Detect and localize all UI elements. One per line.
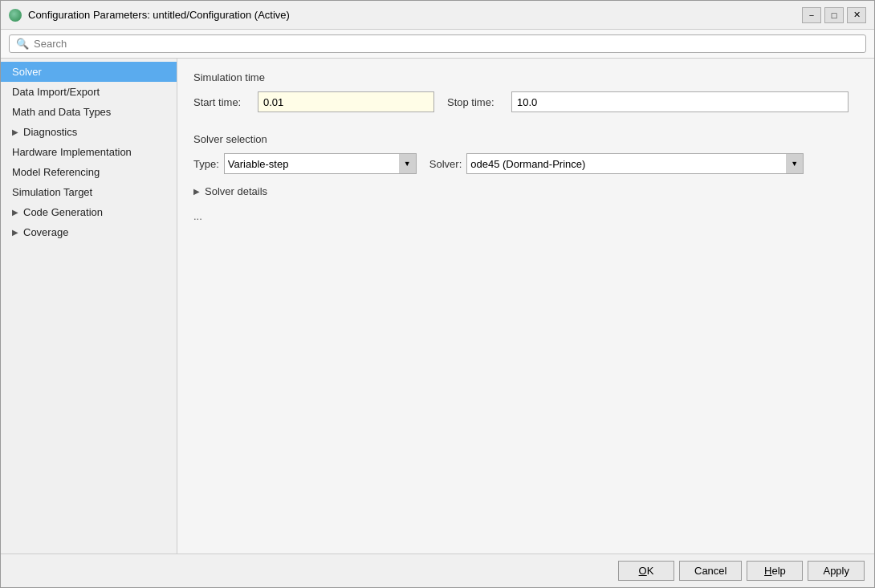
sidebar-item-hardware-implementation[interactable]: Hardware Implementation (1, 142, 177, 162)
minimize-button[interactable]: − (802, 7, 821, 23)
search-bar: 🔍 (1, 30, 874, 59)
simulation-time-section: Simulation time Start time: Stop time: (193, 71, 858, 122)
simulation-time-title: Simulation time (193, 71, 858, 83)
sidebar-item-label-solver: Solver (12, 66, 42, 78)
ok-label: OK (639, 565, 654, 577)
sidebar-item-math-data-types[interactable]: Math and Data Types (1, 102, 177, 122)
solver-row: Type: Variable-step Fixed-step ▼ Solver: (193, 153, 858, 174)
search-icon: 🔍 (16, 38, 29, 50)
sidebar-item-label-math: Math and Data Types (12, 106, 111, 118)
sidebar-item-label-model: Model Referencing (12, 166, 100, 178)
solver-dropdown-wrap: Solver: ode45 (Dormand-Prince) ode23 ode… (429, 153, 804, 174)
solver-selection-section: Solver selection Type: Variable-step Fix… (193, 133, 858, 174)
sidebar-item-label-data: Data Import/Export (12, 86, 100, 98)
sidebar-item-label-diag: Diagnostics (23, 126, 77, 138)
solver-selection-title: Solver selection (193, 133, 858, 145)
solver-details-row[interactable]: ▶ Solver details (193, 185, 858, 197)
sidebar-item-solver[interactable]: Solver (1, 62, 177, 82)
window-title: Configuration Parameters: untitled/Confi… (28, 9, 290, 21)
type-dropdown-container: Variable-step Fixed-step ▼ (224, 153, 417, 174)
apply-label: Apply (823, 565, 849, 577)
app-icon (9, 9, 22, 22)
sidebar-item-simulation-target[interactable]: Simulation Target (1, 182, 177, 202)
type-dropdown-wrap: Type: Variable-step Fixed-step ▼ (193, 153, 417, 174)
sidebar: Solver Data Import/Export Math and Data … (1, 59, 177, 554)
time-fields: Start time: Stop time: (193, 91, 858, 122)
stop-time-row: Stop time: (447, 91, 849, 112)
sidebar-item-diagnostics[interactable]: ▶ Diagnostics (1, 122, 177, 142)
solver-details-arrow-icon: ▶ (193, 187, 200, 196)
start-time-row: Start time: (193, 91, 434, 112)
stop-time-label: Stop time: (447, 96, 503, 108)
ok-button[interactable]: OK (618, 561, 674, 581)
stop-time-input[interactable] (511, 91, 849, 112)
type-label: Type: (193, 158, 219, 170)
sidebar-item-coverage[interactable]: ▶ Coverage (1, 222, 177, 242)
help-button[interactable]: Help (747, 561, 803, 581)
sidebar-item-label-sim: Simulation Target (12, 186, 92, 198)
help-label: Help (764, 565, 786, 577)
solver-label: Solver: (429, 158, 462, 170)
diagnostics-arrow-icon: ▶ (12, 128, 18, 136)
search-input[interactable] (34, 38, 859, 50)
close-button[interactable]: ✕ (847, 7, 866, 23)
maximize-button[interactable]: □ (824, 7, 844, 23)
main-window: Configuration Parameters: untitled/Confi… (0, 0, 875, 588)
coverage-arrow-icon: ▶ (12, 228, 18, 237)
sidebar-item-label-hw: Hardware Implementation (12, 146, 132, 158)
window-controls: − □ ✕ (802, 7, 866, 23)
solver-dropdown-container: ode45 (Dormand-Prince) ode23 ode113 ▼ (466, 153, 804, 174)
start-time-input[interactable] (258, 91, 434, 112)
sidebar-item-data-import-export[interactable]: Data Import/Export (1, 82, 177, 102)
code-generation-arrow-icon: ▶ (12, 208, 18, 217)
start-time-label: Start time: (193, 96, 250, 108)
cancel-label: Cancel (694, 565, 726, 577)
title-bar-left: Configuration Parameters: untitled/Confi… (9, 9, 290, 22)
main-content: Solver Data Import/Export Math and Data … (1, 59, 874, 554)
bottom-bar: OK Cancel Help Apply (1, 554, 874, 587)
sidebar-item-code-generation[interactable]: ▶ Code Generation (1, 202, 177, 222)
content-panel: Simulation time Start time: Stop time: S… (177, 59, 874, 554)
sidebar-item-label-coverage: Coverage (23, 226, 68, 238)
solver-select[interactable]: ode45 (Dormand-Prince) ode23 ode113 (466, 153, 804, 174)
title-bar: Configuration Parameters: untitled/Confi… (1, 1, 874, 30)
solver-details-label: Solver details (205, 185, 267, 197)
sidebar-item-label-code: Code Generation (23, 206, 103, 218)
sidebar-item-model-referencing[interactable]: Model Referencing (1, 162, 177, 182)
cancel-button[interactable]: Cancel (679, 561, 742, 581)
ellipsis-text: ... (193, 210, 858, 222)
type-select[interactable]: Variable-step Fixed-step (224, 153, 417, 174)
apply-button[interactable]: Apply (808, 561, 865, 581)
search-input-wrapper: 🔍 (9, 34, 866, 53)
